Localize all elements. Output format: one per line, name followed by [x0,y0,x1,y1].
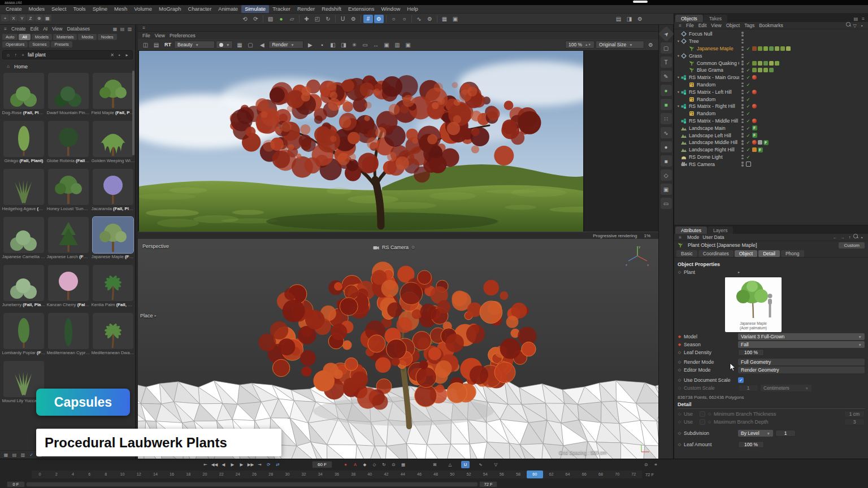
enable-toggle[interactable]: ✓ [746,60,751,66]
menu-select[interactable]: Select [48,5,70,13]
spline-pen-icon[interactable]: ∿ [661,127,672,138]
menu-spline[interactable]: Spline [89,5,111,13]
crop-icon[interactable]: ▢ [245,41,255,49]
frame-tick[interactable]: 42 [378,470,394,478]
axis-lock-x[interactable]: X [10,15,18,21]
marker-icon[interactable]: △ [446,461,454,468]
texture-chip[interactable] [758,46,762,51]
model-select[interactable]: Variant 3 Full-Grown▼ [738,333,865,340]
asset-menu-edit[interactable]: Edit [28,26,41,32]
plant-expand-icon[interactable]: ▸ [738,270,740,274]
asset-thumbnail[interactable] [48,121,89,157]
grid-icon[interactable]: ▦ [235,41,244,49]
key-rotation-icon[interactable]: ↻ [380,461,388,468]
asset-thumbnail[interactable] [48,169,89,205]
simulate-sphere-icon[interactable]: ● [276,15,286,23]
camera-options-icon[interactable]: ⊙ [411,245,415,250]
autokey-icon[interactable]: A [351,461,359,468]
frame-tick[interactable]: 66 [576,470,592,478]
min-branch-use-checkbox[interactable] [700,411,705,417]
up-icon[interactable]: ↑ [12,52,19,58]
expand-caret[interactable]: ▾ [676,104,681,108]
frame-tick[interactable]: 32 [296,470,312,478]
timeline-ruler[interactable]: 0246810121416182022242628303234363840424… [32,470,642,478]
camera-tool-icon[interactable]: ▣ [661,184,672,195]
dock-icon[interactable]: ▤ [852,16,860,22]
current-frame-input[interactable]: 60 F [312,461,332,468]
menu-mesh[interactable]: Mesh [111,5,131,13]
prev-frame-icon[interactable]: ◀ [219,461,228,468]
pingpong-icon[interactable]: ⇄ [274,461,282,468]
frame-tick[interactable]: 20 [197,470,213,478]
frame-tick[interactable]: 30 [279,470,296,478]
object-row[interactable]: Japanese Maple✓ [674,45,868,53]
viewport-menu-label[interactable]: Perspective [142,243,169,249]
primitive-sphere-icon[interactable]: ● [661,141,672,152]
menu-extensions[interactable]: Extensions [345,5,377,13]
multi-view-icon[interactable]: ▥ [392,41,402,49]
key-param-icon[interactable]: ⊙ [389,461,398,468]
menu-redshift[interactable]: Redshift [318,5,345,13]
object-row[interactable]: ▾Grass [674,52,868,59]
box-select-icon[interactable]: ▢ [661,42,672,54]
spline-icon[interactable]: ∿ [414,15,424,23]
texture-chip[interactable] [758,68,762,72]
grid-view-icon[interactable]: ▦ [2,452,10,458]
magnet-icon[interactable]: U [461,461,470,468]
axis-lock-y[interactable]: Y [18,15,26,21]
globe-icon[interactable]: ⊕ [35,15,43,21]
menu-modes[interactable]: Modes [25,5,49,13]
loop-icon[interactable]: ⟳ [264,461,273,468]
list-view-icon[interactable]: ▤ [119,26,126,32]
max-branch-input[interactable]: 3 [844,419,865,425]
object-row[interactable]: Landscape Main✓F [674,124,868,132]
object-row[interactable]: Common Quaking Grass✓ [674,59,868,67]
mode-menu[interactable]: Mode [687,234,699,240]
attr-tab-coordinates[interactable]: Coordinates [698,250,734,257]
attr-tab-phong[interactable]: Phong [781,250,804,257]
object-row[interactable]: ▾Tree [674,38,868,45]
frame-tick[interactable]: 8 [98,470,114,478]
primitive-cube-icon[interactable]: ■ [661,155,672,167]
sim-off-b-icon[interactable]: ○ [400,15,409,23]
subdivision-input[interactable]: 1 [775,430,796,437]
filter-scenes[interactable]: Scenes [29,41,50,47]
sim-off-a-icon[interactable]: ○ [389,15,398,23]
frame-tick[interactable]: 64 [559,470,576,478]
attr-tab-detail[interactable]: Detail [758,250,780,257]
leaf-amount-input[interactable]: 100 % [738,441,764,448]
object-row[interactable]: Landscape Left Hill✓F [674,132,868,139]
frame-tick[interactable]: 14 [147,470,163,478]
frame-tick[interactable]: 16 [164,470,180,478]
frame-tick[interactable]: 22 [213,470,229,478]
texture-chip[interactable] [769,68,774,72]
material-chip[interactable] [752,104,757,108]
asset-menu-databases[interactable]: Databases [64,26,92,32]
asset-item[interactable]: Jacaranda (Fall, Plant) [91,169,135,211]
custom-button[interactable]: Custom [839,242,865,249]
frame-tick[interactable]: 72 [626,470,642,478]
frame-tick[interactable]: 68 [592,470,609,478]
enable-toggle[interactable]: ✓ [746,97,751,102]
visibility-dots[interactable] [741,68,744,73]
texture-chip[interactable] [780,46,785,51]
frame-tick[interactable]: 60 [527,470,543,478]
asset-thumbnail[interactable] [93,121,133,157]
subdivision-mode-select[interactable]: By Level▼ [738,430,773,437]
skip-end-icon[interactable]: ⇥ [255,461,264,468]
hamburger-icon[interactable]: ≡ [676,234,684,241]
frame-tick[interactable]: 36 [328,470,345,478]
filter-presets[interactable]: Presets [51,41,72,47]
options-icon[interactable]: ≡ [652,461,660,468]
scale-icon[interactable]: ◰ [313,15,322,23]
keyframe-selection-icon[interactable]: ⊞ [431,461,439,468]
place-tool-label[interactable]: Place▸ [140,313,157,319]
render-settings-icon[interactable]: ⚙ [635,15,645,23]
scatter-icon[interactable]: ∷ [661,113,672,124]
visibility-dots[interactable] [741,119,744,124]
size-select[interactable]: Original Size▼ [596,41,644,49]
visibility-dots[interactable] [741,39,744,44]
nav-back-icon[interactable]: ◀ [257,41,267,49]
axis-gizmo[interactable]: y x z [624,243,650,267]
attr-tab-basic[interactable]: Basic [676,250,697,257]
